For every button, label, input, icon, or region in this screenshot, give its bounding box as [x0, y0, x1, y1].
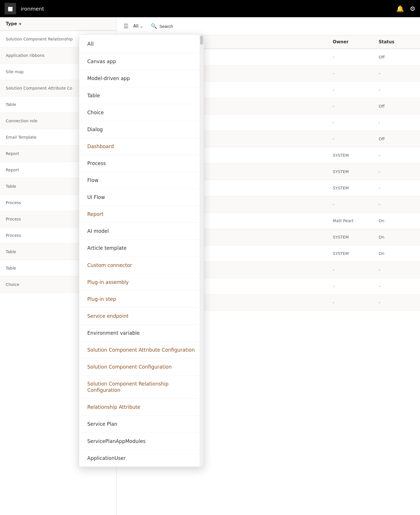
row-owner: SYSTEM [333, 186, 379, 190]
owner-column-header: Owner [333, 39, 379, 44]
type-label: Type [6, 21, 17, 26]
filter-icon: ☰ [123, 23, 129, 30]
dropdown-item-custom-connector[interactable]: Custom connector [79, 257, 204, 274]
settings-icon[interactable]: ⚙ [410, 5, 415, 12]
row-status: On [379, 218, 413, 223]
row-owner: SYSTEM [333, 169, 379, 174]
row-owner: Matt Peart [333, 218, 379, 223]
row-status: Off [379, 55, 413, 59]
dropdown-item-process[interactable]: Process [79, 155, 204, 172]
dropdown-item-article-template[interactable]: Article template [79, 240, 204, 257]
row-status: On [379, 251, 413, 256]
row-status: Off [379, 104, 413, 109]
row-owner: SYSTEM [333, 153, 379, 158]
dropdown-item-service-plan[interactable]: Service Plan [79, 416, 204, 433]
right-toolbar: ☰ All ⌄ 🔍 Search [117, 17, 420, 35]
dropdown-item-service-plan-app-modules[interactable]: ServicePlanAppModules [79, 433, 204, 450]
row-owner: SYSTEM [333, 235, 379, 239]
dropdown-item-dialog[interactable]: Dialog [79, 121, 204, 138]
row-owner: - [333, 268, 379, 272]
dropdown-item-all[interactable]: All [79, 35, 204, 53]
filter-all-dropdown[interactable]: All ⌄ [133, 24, 143, 29]
dropdown-item-plugin-step[interactable]: Plug-in step [79, 291, 204, 308]
dropdown-item-choice[interactable]: Choice [79, 104, 204, 121]
row-status: - [379, 300, 413, 305]
dropdown-item-model-driven-app[interactable]: Model-driven app [79, 70, 204, 87]
dropdown-item-application-user[interactable]: ApplicationUser [79, 450, 204, 467]
scrollbar[interactable] [200, 35, 204, 467]
row-status: - [379, 186, 413, 190]
scrollbar-thumb[interactable] [200, 36, 203, 44]
environment-label: ironment [21, 6, 44, 12]
row-status: - [379, 169, 413, 174]
row-owner: - [333, 104, 379, 109]
row-status: - [379, 88, 413, 92]
search-button[interactable]: 🔍 Search [148, 21, 176, 31]
row-status: - [379, 284, 413, 289]
column-header: Type ∨ [0, 17, 116, 31]
bell-icon[interactable]: 🔔 [396, 5, 404, 12]
dropdown-item-table[interactable]: Table [79, 87, 204, 104]
dropdown-item-report[interactable]: Report [79, 206, 204, 223]
dropdown-item-flow[interactable]: Flow [79, 172, 204, 189]
row-owner: - [333, 55, 379, 59]
row-owner: - [333, 300, 379, 305]
search-icon: 🔍 [151, 23, 157, 29]
dropdown-item-solution-component-attr-config[interactable]: Solution Component Attribute Configurati… [79, 342, 204, 359]
filter-chevron-icon: ⌄ [140, 24, 144, 29]
row-status: - [379, 120, 413, 125]
app-logo: ■ [5, 3, 16, 14]
header-actions: 🔔 ⚙ [396, 5, 415, 12]
dropdown-item-ui-flow[interactable]: UI Flow [79, 189, 204, 206]
app-header: ■ ironment 🔔 ⚙ [0, 0, 420, 17]
main-container: Type ∨ Solution Component Relationship A… [0, 17, 420, 515]
row-owner: - [333, 120, 379, 125]
row-status: Off [379, 137, 413, 141]
search-label: Search [159, 24, 173, 29]
row-owner: - [333, 71, 379, 76]
row-owner: - [333, 88, 379, 92]
row-owner: SYSTEM [333, 251, 379, 256]
dropdown-item-solution-component-config[interactable]: Solution Component Configuration [79, 359, 204, 375]
row-status: On [379, 235, 413, 239]
type-chevron-icon: ∨ [19, 22, 22, 26]
type-filter-dropdown[interactable]: All Canvas app Model-driven app Table Ch… [79, 34, 204, 467]
dropdown-item-dashboard[interactable]: Dashboard [79, 138, 204, 155]
dropdown-item-service-endpoint[interactable]: Service endpoint [79, 308, 204, 325]
row-status: - [379, 202, 413, 207]
dropdown-item-solution-component-rel-config[interactable]: Solution Component Relationship Configur… [79, 375, 204, 399]
dropdown-item-environment-variable[interactable]: Environment variable [79, 325, 204, 342]
row-owner: - [333, 202, 379, 207]
row-status: - [379, 153, 413, 158]
type-column-header[interactable]: Type ∨ [6, 21, 111, 26]
filter-all-label: All [133, 24, 139, 29]
dropdown-item-canvas-app[interactable]: Canvas app [79, 53, 204, 70]
dropdown-item-plugin-assembly[interactable]: Plug-in assembly [79, 274, 204, 291]
row-owner: - [333, 284, 379, 289]
status-column-header: Status [379, 39, 413, 44]
dropdown-item-relationship-attribute[interactable]: Relationship Attribute [79, 399, 204, 416]
row-status: - [379, 268, 413, 272]
row-owner: - [333, 137, 379, 141]
dropdown-item-ai-model[interactable]: AI model [79, 223, 204, 240]
row-status: - [379, 71, 413, 76]
